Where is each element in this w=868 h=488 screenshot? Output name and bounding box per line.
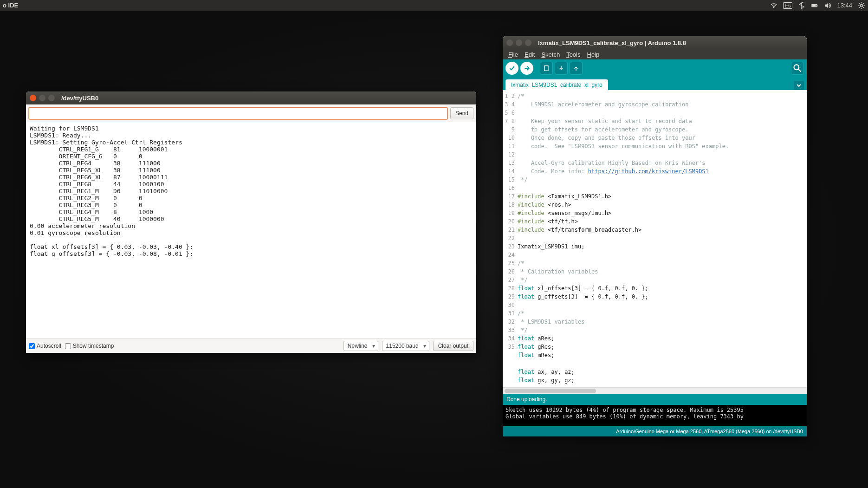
serial-send-input[interactable] (29, 107, 447, 119)
line-ending-select[interactable]: Newline (343, 341, 378, 351)
svg-rect-3 (813, 5, 816, 6)
wifi-icon[interactable] (770, 2, 777, 9)
ide-title: Ixmatix_LSM9DS1_calibrate_xl_gyro | Ardu… (538, 39, 686, 46)
app-name: o IDE (3, 2, 770, 9)
code-editor[interactable]: 1 2 3 4 5 6 7 8 9 10 11 12 13 14 15 16 1… (503, 90, 807, 387)
svg-point-4 (860, 4, 862, 7)
clock[interactable]: 13:44 (837, 2, 852, 9)
maximize-icon[interactable] (48, 95, 55, 101)
code-area[interactable]: /* LSM9DS1 accelerometer and gyroscope c… (517, 90, 807, 387)
serial-titlebar[interactable]: /dev/ttyUSB0 (26, 91, 476, 104)
serial-monitor-window: /dev/ttyUSB0 Send Waiting for LSM9DS1 LS… (26, 91, 476, 353)
power-gear-icon[interactable] (858, 2, 865, 9)
keyboard-lang-badge[interactable]: Es (783, 2, 793, 9)
svg-point-0 (773, 7, 774, 8)
battery-icon[interactable] (811, 2, 818, 9)
menu-file[interactable]: File (505, 50, 521, 59)
open-button[interactable] (555, 62, 568, 75)
volume-icon[interactable] (824, 2, 831, 9)
ide-footer: Arduino/Genuino Mega or Mega 2560, ATmeg… (503, 426, 807, 436)
clear-output-button[interactable]: Clear output (433, 341, 473, 351)
show-timestamp-checkbox[interactable]: Show timestamp (65, 343, 114, 349)
bluetooth-icon[interactable] (798, 2, 805, 9)
tab-dropdown-icon[interactable] (794, 81, 804, 90)
menu-tools[interactable]: Tools (564, 50, 583, 59)
ide-console[interactable]: Sketch uses 10292 bytes (4%) of program … (503, 405, 807, 426)
menu-help[interactable]: Help (584, 50, 602, 59)
ide-status-bar: Done uploading. (503, 394, 807, 405)
system-top-bar: o IDE Es 13:44 (0, 0, 868, 11)
minimize-icon[interactable] (516, 39, 522, 46)
serial-output[interactable]: Waiting for LSM9DS1 LSM9DS1: Ready... LS… (26, 122, 476, 338)
svg-rect-5 (544, 66, 548, 71)
ide-menubar: File Edit Sketch Tools Help (503, 49, 807, 59)
verify-button[interactable] (505, 62, 518, 75)
horizontal-scrollbar[interactable] (503, 387, 807, 394)
ide-tabbar: Ixmatix_LSM9DS1_calibrate_xl_gyro (503, 77, 807, 90)
maximize-icon[interactable] (525, 39, 531, 46)
line-number-gutter: 1 2 3 4 5 6 7 8 9 10 11 12 13 14 15 16 1… (503, 90, 517, 387)
baud-select[interactable]: 115200 baud (382, 341, 429, 351)
send-button[interactable]: Send (450, 107, 473, 119)
ide-titlebar[interactable]: Ixmatix_LSM9DS1_calibrate_xl_gyro | Ardu… (503, 36, 807, 49)
menu-sketch[interactable]: Sketch (538, 50, 563, 59)
new-button[interactable] (540, 62, 553, 75)
serial-monitor-button[interactable] (791, 62, 804, 75)
ide-toolbar (503, 59, 807, 77)
svg-point-6 (794, 65, 799, 70)
close-icon[interactable] (30, 95, 36, 101)
sketch-tab[interactable]: Ixmatix_LSM9DS1_calibrate_xl_gyro (505, 79, 608, 90)
menu-edit[interactable]: Edit (522, 50, 538, 59)
close-icon[interactable] (506, 39, 513, 46)
autoscroll-checkbox[interactable]: Autoscroll (29, 343, 61, 349)
serial-title: /dev/ttyUSB0 (61, 95, 98, 102)
upload-button[interactable] (520, 62, 533, 75)
minimize-icon[interactable] (39, 95, 45, 101)
save-button[interactable] (570, 62, 583, 75)
svg-rect-2 (817, 5, 817, 6)
arduino-ide-window: Ixmatix_LSM9DS1_calibrate_xl_gyro | Ardu… (503, 36, 807, 436)
